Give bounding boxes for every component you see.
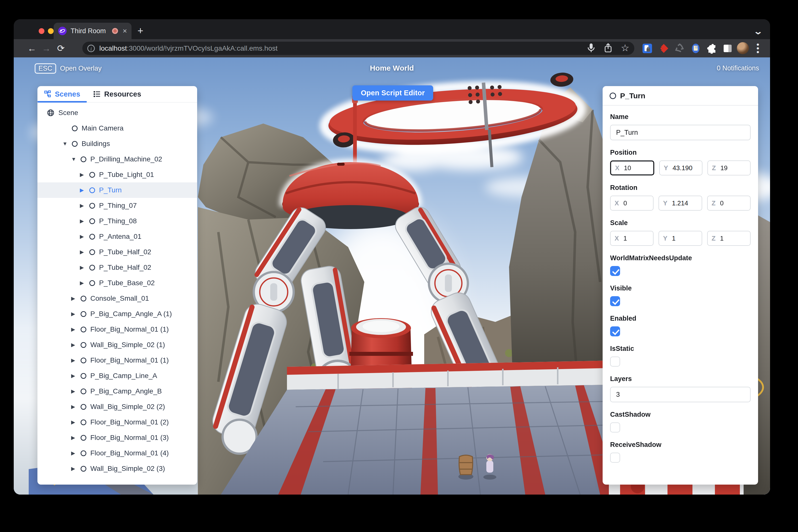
caret-right-icon[interactable]: ▶ xyxy=(71,450,81,456)
tab-scenes[interactable]: Scenes xyxy=(37,86,87,102)
caret-right-icon[interactable]: ▶ xyxy=(80,233,89,240)
address-bar[interactable]: i localhost:3000/world/!vjrzmTVOcyIsLgaA… xyxy=(82,42,634,55)
tree-item[interactable]: ▶Floor_Big_Normal_01 (1) xyxy=(37,353,197,368)
caret-right-icon[interactable]: ▶ xyxy=(71,326,81,332)
close-window-button[interactable] xyxy=(39,28,44,34)
tree-item[interactable]: ▶P_Tube_Half_02 xyxy=(37,244,197,260)
caret-right-icon[interactable]: ▶ xyxy=(71,419,81,425)
caret-right-icon[interactable]: ▶ xyxy=(71,404,81,410)
visible-checkbox[interactable] xyxy=(610,296,620,306)
tree-item[interactable]: ▶P_Tube_Base_02 xyxy=(37,275,197,291)
tree-item-p-turn[interactable]: ▶P_Turn xyxy=(37,183,197,198)
reload-button[interactable]: ⟳ xyxy=(54,43,68,54)
side-panel-icon[interactable] xyxy=(722,43,733,54)
caret-right-icon[interactable]: ▶ xyxy=(71,311,81,317)
browser-tab[interactable]: Third Room × xyxy=(54,23,132,39)
receiveshadow-checkbox[interactable] xyxy=(610,453,620,463)
rotation-y-input[interactable] xyxy=(671,199,698,207)
notifications-status[interactable]: 0 Notifications xyxy=(717,64,759,72)
rotation-z-input[interactable] xyxy=(720,199,746,207)
enabled-checkbox[interactable] xyxy=(610,326,620,336)
tree-item[interactable]: ▶Floor_Big_Normal_01 (4) xyxy=(37,445,197,461)
isstatic-checkbox[interactable] xyxy=(610,357,620,366)
caret-right-icon[interactable]: ▶ xyxy=(80,249,89,255)
extensions-puzzle-icon[interactable] xyxy=(706,43,717,54)
rotation-x-input[interactable] xyxy=(623,199,649,207)
position-y-input[interactable] xyxy=(672,164,698,172)
name-input[interactable] xyxy=(615,129,745,137)
bookmark-star-icon[interactable]: ☆ xyxy=(621,42,629,53)
profile-avatar[interactable] xyxy=(737,42,749,54)
caret-right-icon[interactable]: ▶ xyxy=(80,187,89,193)
position-z-input[interactable] xyxy=(720,164,746,172)
browser-menu-icon[interactable]: ••• xyxy=(755,43,760,54)
tree-item[interactable]: ▶Console_Small_01 xyxy=(37,291,197,306)
scale-z-input[interactable] xyxy=(720,234,746,243)
red-diamond-extension-icon[interactable] xyxy=(659,43,669,54)
caret-right-icon[interactable]: ▶ xyxy=(71,373,81,379)
caret-right-icon[interactable]: ▶ xyxy=(71,357,81,363)
forward-button[interactable]: → xyxy=(39,43,54,54)
new-tab-button[interactable]: + xyxy=(137,26,143,36)
tree-item[interactable]: ▶Floor_Big_Normal_01 (3) xyxy=(37,430,197,445)
caret-right-icon[interactable]: ▶ xyxy=(80,172,89,178)
back-button[interactable]: ← xyxy=(25,43,39,54)
tree-item[interactable]: ▼P_Drilling_Machine_02 xyxy=(37,151,197,167)
microphone-icon[interactable] xyxy=(587,43,595,54)
tree-item[interactable]: ▼Buildings xyxy=(37,136,197,151)
caret-right-icon[interactable]: ▶ xyxy=(71,342,81,348)
tree-item[interactable]: ▶Wall_Big_Simple_02 (2) xyxy=(37,399,197,415)
tree-item[interactable]: ▶P_Big_Camp_Angle_B xyxy=(37,383,197,399)
tree-item-scene[interactable]: Scene xyxy=(37,105,197,120)
castshadow-checkbox[interactable] xyxy=(610,422,620,433)
open-script-editor-button[interactable]: Open Script Editor xyxy=(352,86,433,100)
caret-right-icon[interactable]: ▶ xyxy=(80,218,89,224)
caret-right-icon[interactable]: ▶ xyxy=(80,203,89,209)
tree-item[interactable]: ▶P_Big_Camp_Line_A xyxy=(37,368,197,383)
rotation-x-field[interactable]: X xyxy=(610,196,653,211)
layers-field[interactable] xyxy=(610,387,750,402)
tree-item[interactable]: ▶P_Big_Camp_Angle_A (1) xyxy=(37,306,197,322)
scale-y-field[interactable]: Y xyxy=(659,231,702,246)
rotation-z-field[interactable]: Z xyxy=(707,196,750,211)
tree-item[interactable]: Main Camera xyxy=(37,120,197,136)
scale-y-input[interactable] xyxy=(671,234,698,243)
tree-item[interactable]: ▶Wall_Big_Simple_02 (3) xyxy=(37,461,197,476)
close-tab-icon[interactable]: × xyxy=(122,27,127,35)
site-info-icon[interactable]: i xyxy=(87,45,95,52)
tree-item[interactable]: ▶Floor_Big_Normal_01 (2) xyxy=(37,415,197,430)
tree-item[interactable]: ▶P_Thing_08 xyxy=(37,213,197,229)
tree-item[interactable]: ▶Floor_Big_Normal_01 (1) xyxy=(37,322,197,337)
caret-right-icon[interactable]: ▶ xyxy=(71,296,81,301)
caret-down-icon[interactable]: ▼ xyxy=(71,156,81,162)
scale-x-field[interactable]: X xyxy=(610,231,653,246)
caret-down-icon[interactable]: ▼ xyxy=(62,141,72,147)
position-x-input[interactable] xyxy=(623,164,649,172)
caret-right-icon[interactable]: ▶ xyxy=(80,280,89,286)
share-icon[interactable] xyxy=(604,43,612,54)
rotation-y-field[interactable]: Y xyxy=(659,196,702,211)
tab-search-chevron-icon[interactable]: ⌄ xyxy=(753,26,763,36)
recycle-extension-icon[interactable] xyxy=(674,43,685,54)
scale-z-field[interactable]: Z xyxy=(707,231,750,246)
tree-item[interactable]: ▶Wall_Big_Simple_02 (1) xyxy=(37,337,197,353)
password-manager-extension-icon[interactable] xyxy=(642,43,652,54)
position-x-field[interactable]: X xyxy=(610,160,654,175)
tab-resources[interactable]: Resources xyxy=(87,86,148,102)
minimize-window-button[interactable] xyxy=(48,28,54,34)
world-viewport[interactable]: ESC Open Overlay Home World 0 Notificati… xyxy=(14,57,770,495)
name-field[interactable] xyxy=(610,125,750,140)
caret-right-icon[interactable]: ▶ xyxy=(80,265,89,270)
tree-item[interactable]: ▶P_Antena_01 xyxy=(37,229,197,244)
tree-item[interactable]: ▶P_Thing_07 xyxy=(37,198,197,213)
layers-input[interactable] xyxy=(615,391,745,399)
position-z-field[interactable]: Z xyxy=(707,160,750,175)
caret-right-icon[interactable]: ▶ xyxy=(71,388,81,394)
caret-right-icon[interactable]: ▶ xyxy=(71,466,81,472)
tree-item[interactable]: ▶P_Tube_Half_02 xyxy=(37,260,197,275)
position-y-field[interactable]: Y xyxy=(659,160,702,175)
tree-item[interactable]: ▶P_Tube_Light_01 xyxy=(37,167,197,183)
scale-x-input[interactable] xyxy=(623,234,649,243)
worldmatrixneedsupdate-checkbox[interactable] xyxy=(610,266,620,276)
dark-reader-extension-icon[interactable] xyxy=(690,43,701,54)
